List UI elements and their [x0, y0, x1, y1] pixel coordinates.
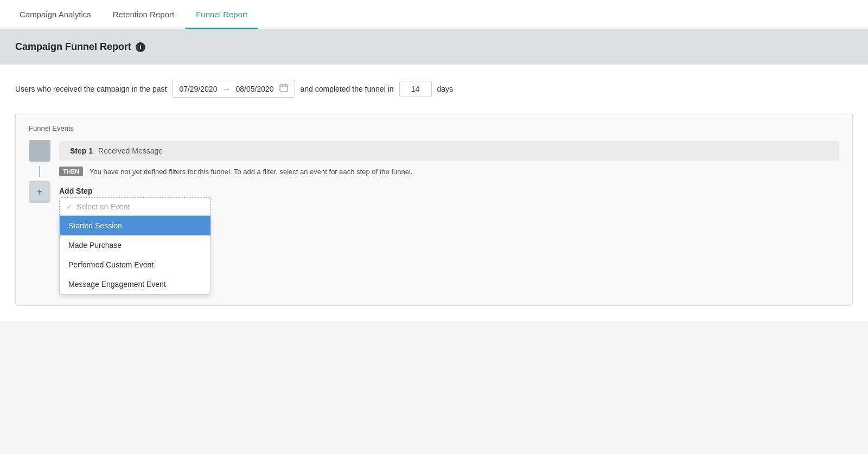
dropdown-search-field[interactable]: ✓ Select an Event	[59, 197, 211, 215]
add-step-label: Add Step	[59, 187, 211, 195]
svg-rect-0	[280, 85, 288, 92]
dropdown-check-icon: ✓	[66, 203, 72, 211]
funnel-section: Funnel Events Step 1 Received Message TH…	[15, 113, 853, 306]
dropdown-option-started-session[interactable]: Started Session	[60, 216, 210, 235]
step1-bar: Step 1 Received Message	[59, 141, 839, 161]
calendar-icon[interactable]	[279, 84, 288, 94]
add-step-button[interactable]: +	[29, 181, 50, 203]
event-dropdown[interactable]: ✓ Select an Event Started Session Made P…	[59, 197, 211, 295]
add-step-row: + Add Step ✓ Select an Event Started Ses…	[29, 181, 839, 295]
page-header: Campaign Funnel Report i	[0, 29, 868, 65]
filter-prefix-label: Users who received the campaign in the p…	[15, 85, 167, 93]
dropdown-list: Started Session Made Purchase Performed …	[59, 215, 211, 295]
info-icon[interactable]: i	[136, 42, 145, 52]
dropdown-option-performed-custom[interactable]: Performed Custom Event	[60, 255, 210, 274]
tab-funnel-report[interactable]: Funnel Report	[185, 0, 258, 29]
date-range-box[interactable]: 07/29/2020 → 08/05/2020	[172, 80, 295, 98]
date-end: 08/05/2020	[235, 85, 273, 93]
days-input[interactable]	[399, 81, 432, 97]
dropdown-option-message-engagement[interactable]: Message Engagement Event	[60, 274, 210, 294]
filter-suffix-label: and completed the funnel in	[301, 85, 394, 93]
then-badge: THEN	[59, 167, 83, 176]
days-label: days	[437, 85, 454, 93]
date-filter-row: Users who received the campaign in the p…	[15, 80, 853, 98]
funnel-events-label: Funnel Events	[29, 124, 839, 132]
step1-name: Received Message	[98, 146, 163, 155]
main-content: Users who received the campaign in the p…	[0, 65, 868, 321]
tab-campaign-analytics[interactable]: Campaign Analytics	[9, 0, 102, 29]
dropdown-option-made-purchase[interactable]: Made Purchase	[60, 235, 210, 255]
filter-notice: You have not yet defined filters for thi…	[90, 168, 413, 176]
step1-indicator	[29, 140, 50, 162]
date-arrow-icon: →	[222, 85, 230, 93]
step1-label: Step 1	[70, 146, 93, 155]
tab-bar: Campaign Analytics Retention Report Funn…	[0, 0, 868, 29]
date-start: 07/29/2020	[179, 85, 217, 93]
tab-retention-report[interactable]: Retention Report	[102, 0, 185, 29]
page-title: Campaign Funnel Report i	[15, 41, 853, 53]
dropdown-placeholder: Select an Event	[76, 202, 130, 211]
